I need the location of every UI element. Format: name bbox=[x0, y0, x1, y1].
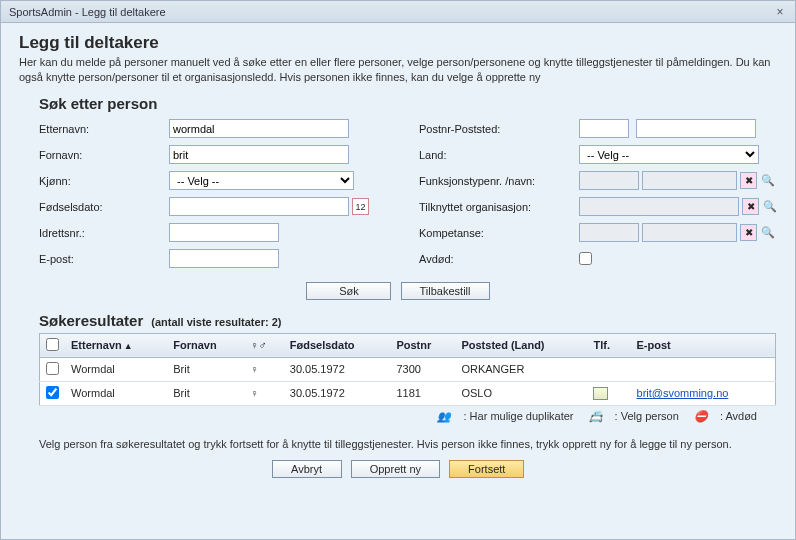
footer-button-row: Avbryt Opprett ny Fortsett bbox=[19, 460, 777, 478]
results-header-line: Søkeresultater (antall viste resultater:… bbox=[39, 312, 777, 329]
input-org[interactable] bbox=[579, 197, 739, 216]
label-idrettsnr: Idrettsnr.: bbox=[39, 227, 169, 239]
label-kompetanse: Kompetanse: bbox=[419, 227, 579, 239]
table-row[interactable]: WormdalBrit♀30.05.19727300ORKANGER bbox=[40, 357, 776, 381]
table-row[interactable]: WormdalBrit♀30.05.19721181OSLObrit@svomm… bbox=[40, 381, 776, 405]
cell-tlf bbox=[587, 381, 630, 405]
cell-fodselsdato: 30.05.1972 bbox=[284, 381, 391, 405]
input-epost[interactable] bbox=[169, 249, 279, 268]
row-checkbox[interactable] bbox=[46, 386, 59, 399]
cell-etternavn: Wormdal bbox=[65, 381, 167, 405]
dialog-window: SportsAdmin - Legg til deltakere × Legg … bbox=[0, 0, 796, 540]
search-button[interactable]: Søk bbox=[306, 282, 391, 300]
cell-poststed: OSLO bbox=[455, 381, 587, 405]
create-new-button[interactable]: Opprett ny bbox=[351, 460, 440, 478]
cell-fornavn: Brit bbox=[167, 357, 244, 381]
select-land[interactable]: -- Velg -- bbox=[579, 145, 759, 164]
table-header-row: Etternavn▲ Fornavn ♀♂ Fødselsdato Postnr… bbox=[40, 333, 776, 357]
window-title: SportsAdmin - Legg til deltakere bbox=[9, 6, 166, 18]
cell-fornavn: Brit bbox=[167, 381, 244, 405]
label-kjonn: Kjønn: bbox=[39, 175, 169, 187]
input-fornavn[interactable] bbox=[169, 145, 349, 164]
form-col-right: Postnr-Poststed: Land: -- Velg -- Funksj… bbox=[419, 118, 777, 274]
search-heading: Søk etter person bbox=[39, 95, 777, 112]
cell-poststed: ORKANGER bbox=[455, 357, 587, 381]
th-fornavn[interactable]: Fornavn bbox=[167, 333, 244, 357]
label-fodselsdato: Fødselsdato: bbox=[39, 201, 169, 213]
cell-postnr: 7300 bbox=[390, 357, 455, 381]
reset-button[interactable]: Tilbakestill bbox=[401, 282, 490, 300]
form-col-left: Etternavn: Fornavn: Kjønn: -- Velg -- Fø… bbox=[39, 118, 389, 274]
close-icon[interactable]: × bbox=[773, 5, 787, 19]
label-org: Tilknyttet organisasjon: bbox=[419, 201, 579, 213]
content-area: Legg til deltakere Her kan du melde på p… bbox=[1, 23, 795, 539]
results-count: (antall viste resultater: 2) bbox=[151, 316, 281, 328]
th-kjonn[interactable]: ♀♂ bbox=[244, 333, 284, 357]
label-fornavn: Fornavn: bbox=[39, 149, 169, 161]
label-etternavn: Etternavn: bbox=[39, 123, 169, 135]
cell-postnr: 1181 bbox=[390, 381, 455, 405]
input-kompetanse-navn[interactable] bbox=[642, 223, 737, 242]
calendar-icon[interactable]: 12 bbox=[352, 198, 369, 215]
label-avdod: Avdød: bbox=[419, 253, 579, 265]
select-person-icon bbox=[589, 410, 603, 422]
results-heading: Søkeresultater bbox=[39, 312, 143, 329]
label-epost: E-post: bbox=[39, 253, 169, 265]
th-etternavn[interactable]: Etternavn▲ bbox=[65, 333, 167, 357]
search-button-row: Søk Tilbakestill bbox=[19, 282, 777, 300]
sort-asc-icon: ▲ bbox=[124, 341, 133, 351]
help-text: Velg person fra søkeresultatet og trykk … bbox=[39, 437, 757, 452]
deceased-icon bbox=[694, 410, 708, 422]
search-kompetanse-icon[interactable]: 🔍 bbox=[760, 225, 775, 240]
th-tlf[interactable]: Tlf. bbox=[587, 333, 630, 357]
label-funksjon: Funksjonstypenr. /navn: bbox=[419, 175, 579, 187]
input-kompetanse-nr[interactable] bbox=[579, 223, 639, 242]
cell-tlf bbox=[587, 357, 630, 381]
input-etternavn[interactable] bbox=[169, 119, 349, 138]
clear-funksjon-icon[interactable]: ✖ bbox=[740, 172, 757, 189]
card-icon[interactable] bbox=[593, 387, 608, 400]
search-org-icon[interactable]: 🔍 bbox=[762, 199, 777, 214]
intro-text: Her kan du melde på personer manuelt ved… bbox=[19, 55, 777, 85]
th-epost[interactable]: E-post bbox=[631, 333, 776, 357]
th-poststed[interactable]: Poststed (Land) bbox=[455, 333, 587, 357]
legend: : Har mulige duplikater : Velg person : … bbox=[19, 410, 757, 423]
clear-kompetanse-icon[interactable]: ✖ bbox=[740, 224, 757, 241]
input-funksjon-navn[interactable] bbox=[642, 171, 737, 190]
input-poststed[interactable] bbox=[636, 119, 756, 138]
search-funksjon-icon[interactable]: 🔍 bbox=[760, 173, 775, 188]
input-idrettsnr[interactable] bbox=[169, 223, 279, 242]
input-funksjon-nr[interactable] bbox=[579, 171, 639, 190]
duplicate-icon bbox=[437, 410, 451, 422]
cell-kjonn: ♀ bbox=[244, 381, 284, 405]
th-fodselsdato[interactable]: Fødselsdato bbox=[284, 333, 391, 357]
label-land: Land: bbox=[419, 149, 579, 161]
cell-kjonn: ♀ bbox=[244, 357, 284, 381]
row-checkbox[interactable] bbox=[46, 362, 59, 375]
checkbox-select-all[interactable] bbox=[46, 338, 59, 351]
clear-org-icon[interactable]: ✖ bbox=[742, 198, 759, 215]
titlebar: SportsAdmin - Legg til deltakere × bbox=[1, 1, 795, 23]
cell-fodselsdato: 30.05.1972 bbox=[284, 357, 391, 381]
th-postnr[interactable]: Postnr bbox=[390, 333, 455, 357]
select-kjonn[interactable]: -- Velg -- bbox=[169, 171, 354, 190]
page-title: Legg til deltakere bbox=[19, 33, 777, 53]
cell-epost: brit@svomming.no bbox=[631, 381, 776, 405]
continue-button[interactable]: Fortsett bbox=[449, 460, 524, 478]
email-link[interactable]: brit@svomming.no bbox=[637, 387, 729, 399]
results-table: Etternavn▲ Fornavn ♀♂ Fødselsdato Postnr… bbox=[39, 333, 776, 406]
cell-etternavn: Wormdal bbox=[65, 357, 167, 381]
search-form: Etternavn: Fornavn: Kjønn: -- Velg -- Fø… bbox=[39, 118, 777, 274]
input-fodselsdato[interactable] bbox=[169, 197, 349, 216]
cell-epost bbox=[631, 357, 776, 381]
cancel-button[interactable]: Avbryt bbox=[272, 460, 342, 478]
checkbox-avdod[interactable] bbox=[579, 252, 592, 265]
input-postnr[interactable] bbox=[579, 119, 629, 138]
label-postnr: Postnr-Poststed: bbox=[419, 123, 579, 135]
